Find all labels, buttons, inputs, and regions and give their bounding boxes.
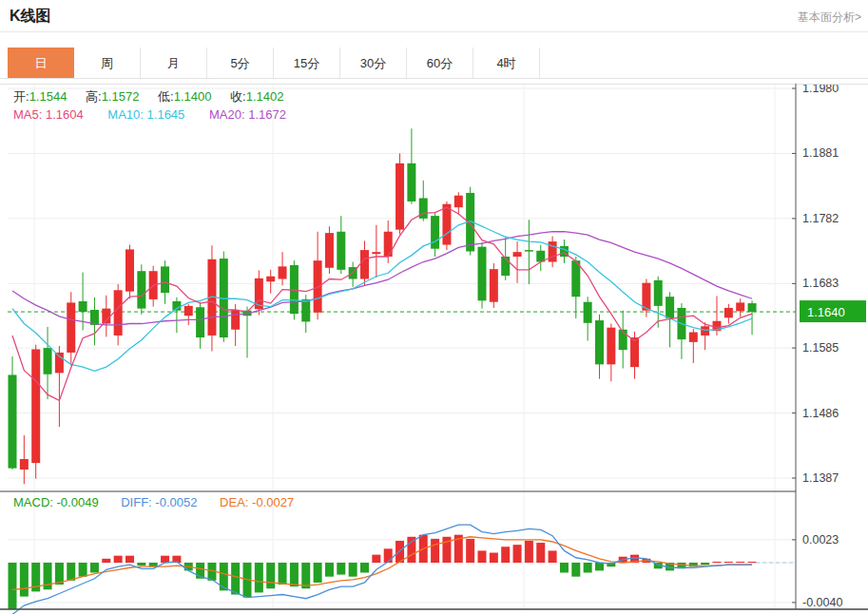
candle[interactable] xyxy=(513,241,522,283)
candle[interactable] xyxy=(584,297,592,340)
candle[interactable] xyxy=(478,242,487,309)
candle[interactable] xyxy=(689,329,698,363)
candle[interactable] xyxy=(114,284,123,345)
macd-hist-bar xyxy=(161,556,169,563)
candle[interactable] xyxy=(90,297,99,345)
ohlc-readout: 开:1.1544 高:1.1572 低:1.1400 收:1.1402 xyxy=(13,88,299,106)
candle[interactable] xyxy=(44,327,52,399)
candle[interactable] xyxy=(279,252,287,285)
diff-value: -0.0052 xyxy=(155,495,197,509)
macd-axis-label: 0.0023 xyxy=(802,533,839,547)
macd-hist-bar xyxy=(20,563,29,597)
macd-hist-bar xyxy=(736,562,744,563)
candle[interactable] xyxy=(549,237,557,267)
low-label: 低: xyxy=(158,89,174,104)
candle[interactable] xyxy=(102,296,110,337)
candle[interactable] xyxy=(220,251,228,341)
macd-hist-bar xyxy=(314,563,322,583)
candle[interactable] xyxy=(395,153,404,234)
diff-label: DIFF: xyxy=(121,495,152,509)
macd-hist-bar xyxy=(137,563,145,566)
tab-4时[interactable]: 4时 xyxy=(473,48,540,79)
macd-hist-bar xyxy=(466,539,474,563)
fundamental-analysis-link[interactable]: 基本面分析> xyxy=(798,10,861,26)
macd-hist-bar xyxy=(102,559,110,563)
ma5-value: 1.1604 xyxy=(46,107,84,122)
last-price-badge-value: 1.1640 xyxy=(807,305,845,319)
macd-hist-bar xyxy=(79,563,87,577)
candle[interactable] xyxy=(372,225,380,278)
candle[interactable] xyxy=(196,302,204,349)
candle[interactable] xyxy=(724,304,733,324)
candle[interactable] xyxy=(595,315,604,379)
price-axis-label: 1.1585 xyxy=(802,341,839,355)
macd-hist-bar xyxy=(325,563,334,577)
ma10-value: 1.1645 xyxy=(147,107,185,122)
candle[interactable] xyxy=(490,263,498,308)
candle[interactable] xyxy=(337,216,345,274)
candle[interactable] xyxy=(20,435,29,484)
macd-hist-bar xyxy=(125,556,134,563)
tab-月[interactable]: 月 xyxy=(141,48,207,79)
candle[interactable] xyxy=(454,192,463,215)
ma5-label: MA5: xyxy=(13,107,42,122)
candle[interactable] xyxy=(607,324,615,382)
ma-legend: MA5: 1.1604 MA10: 1.1645 MA20: 1.1672 xyxy=(13,107,307,122)
candle[interactable] xyxy=(407,128,415,204)
macd-hist-bar xyxy=(513,545,522,563)
macd-hist-bar xyxy=(724,562,733,563)
macd-hist-bar xyxy=(560,563,569,572)
candle[interactable] xyxy=(125,245,134,299)
low-value: 1.1400 xyxy=(174,89,212,104)
tab-15分[interactable]: 15分 xyxy=(274,48,340,79)
tab-周[interactable]: 周 xyxy=(74,48,141,79)
candle[interactable] xyxy=(748,300,757,335)
price-axis-label: 1.1782 xyxy=(802,212,839,225)
high-label: 高: xyxy=(86,89,102,104)
candle[interactable] xyxy=(172,297,181,333)
macd-hist-bar xyxy=(584,563,592,572)
dea-line xyxy=(12,537,752,590)
tab-日[interactable]: 日 xyxy=(8,48,74,79)
candle[interactable] xyxy=(184,304,193,325)
candle[interactable] xyxy=(255,271,263,316)
tab-30分[interactable]: 30分 xyxy=(340,48,407,79)
candle[interactable] xyxy=(431,212,439,257)
macd-legend: MACD: -0.0049 DIFF: -0.0052 DEA: -0.0027 xyxy=(13,495,313,509)
macd-hist-bar xyxy=(90,563,99,572)
candle[interactable] xyxy=(525,220,533,284)
tabbar-divider xyxy=(0,78,868,79)
macd-hist-bar xyxy=(372,555,380,563)
kline-widget: K线图 基本面分析> 日周月5分15分30分60分4时 开:1.1544 高:1… xyxy=(0,0,868,614)
candle[interactable] xyxy=(31,345,40,479)
tab-60分[interactable]: 60分 xyxy=(407,48,473,79)
macd-hist-bar xyxy=(114,556,123,563)
candle[interactable] xyxy=(736,298,744,317)
candle[interactable] xyxy=(67,292,75,365)
macd-hist-bar xyxy=(525,541,533,563)
macd-hist-bar xyxy=(231,563,240,595)
macd-hist-bar xyxy=(549,550,557,563)
candle[interactable] xyxy=(9,356,17,470)
candle[interactable] xyxy=(677,303,685,359)
candle[interactable] xyxy=(137,264,145,315)
high-value: 1.1572 xyxy=(102,89,140,104)
ma10-label: MA10: xyxy=(107,107,144,122)
open-value: 1.1544 xyxy=(29,89,68,104)
candle[interactable] xyxy=(619,311,627,369)
dea-value: -0.0027 xyxy=(252,495,294,509)
kline-chart-canvas[interactable]: 1.19801.18811.17821.16831.15851.14861.13… xyxy=(0,84,868,614)
close-label: 收: xyxy=(230,89,246,104)
ma20-label: MA20: xyxy=(209,107,245,122)
candle[interactable] xyxy=(701,322,709,350)
candle[interactable] xyxy=(325,226,334,274)
macd-hist-bar xyxy=(595,563,604,570)
macd-label: MACD: xyxy=(13,495,53,509)
dea-label: DEA: xyxy=(220,495,248,509)
candle[interactable] xyxy=(314,232,322,320)
macd-hist-bar xyxy=(360,563,369,572)
tab-5分[interactable]: 5分 xyxy=(207,48,274,79)
candle[interactable] xyxy=(266,270,275,294)
macd-hist-bar xyxy=(536,543,545,563)
candle[interactable] xyxy=(536,245,545,272)
